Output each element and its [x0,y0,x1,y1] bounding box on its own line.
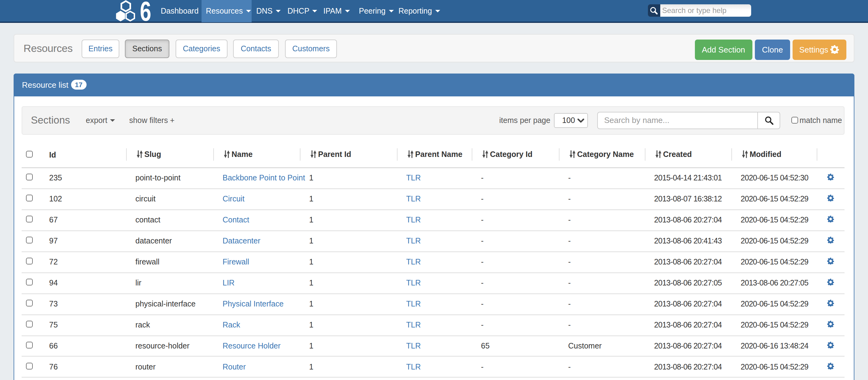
svg-text:6: 6 [140,0,152,22]
